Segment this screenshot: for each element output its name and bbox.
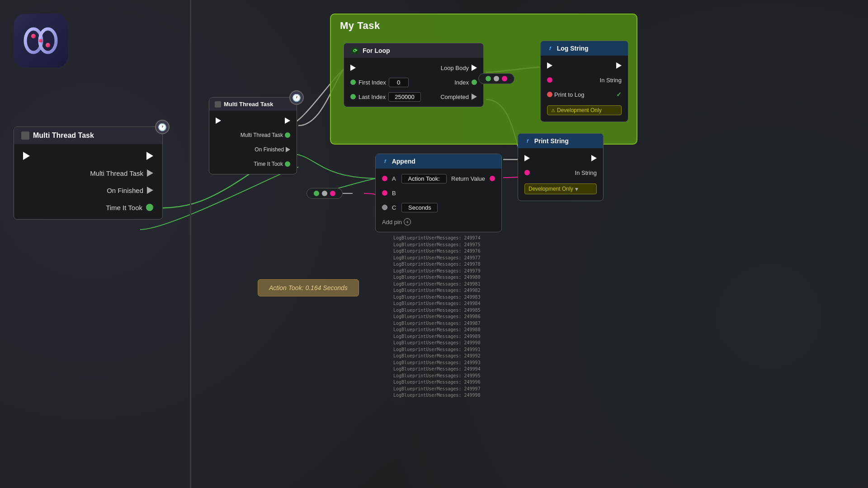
warning-icon: ⚠ [551, 108, 555, 113]
append-add-pin-row[interactable]: Add pin + [382, 216, 495, 227]
add-pin-label: Add pin [382, 219, 402, 225]
for-loop-node: ⟳ For Loop Loop Body First Index Index [344, 43, 484, 107]
append-title: Append [392, 158, 415, 165]
log-dev-only-badge: ⚠ Development Only [547, 105, 622, 115]
log-line: LogBlueprintUserMessages: 249997 [393, 386, 493, 393]
log-line: LogBlueprintUserMessages: 249998 [393, 392, 493, 399]
append-b-pin [382, 190, 387, 196]
reroute-lower-dot-green [314, 191, 319, 196]
log-line: LogBlueprintUserMessages: 249987 [393, 320, 493, 327]
log-string-exec-row [547, 60, 622, 71]
ps-exec-row [524, 153, 597, 164]
print-string-node: f Print String In String Development Onl… [518, 133, 604, 201]
completed-pin [472, 94, 477, 100]
mtl-exec-out [146, 152, 153, 160]
add-pin-button[interactable]: Add pin + [382, 218, 411, 225]
mts-exec-out [285, 117, 290, 124]
my-task-title: My Task [331, 14, 637, 37]
log-line: LogBlueprintUserMessages: 249981 [393, 281, 493, 288]
first-index-pin [350, 80, 356, 85]
reroute-lower-dot-pink [330, 191, 335, 196]
log-line: LogBlueprintUserMessages: 249990 [393, 340, 493, 347]
ps-in-string-row: In String [524, 167, 597, 178]
last-index-input[interactable] [388, 92, 421, 102]
log-line: LogBlueprintUserMessages: 249983 [393, 294, 493, 301]
log-dev-only-row: ⚠ Development Only [547, 103, 622, 117]
log-string-body: In String Print to Log ✓ ⚠ Development O… [541, 56, 628, 122]
log-in-string-pin [547, 77, 552, 83]
return-value-label: Return Value [451, 175, 485, 182]
multi-task-large-body: Multi Thread Task On Finished Time It To… [14, 144, 162, 219]
mtl-thread-pin [147, 169, 153, 177]
append-f-badge: f [382, 158, 388, 164]
for-loop-body: Loop Body First Index Index Last Index [344, 58, 483, 107]
add-pin-circle-icon: + [404, 218, 411, 225]
log-output-panel: LogBlueprintUserMessages: 249974LogBluep… [393, 235, 493, 399]
multi-task-large-node: 🕐 Multi Thread Task Multi Thread Task On… [14, 127, 163, 220]
app-icon [14, 14, 68, 68]
svg-point-2 [39, 39, 42, 42]
loop-body-pin [472, 65, 477, 71]
append-a-pin [382, 176, 387, 181]
append-a-row: A Return Value [382, 173, 495, 184]
mtl-thread-task-row: Multi Thread Task [23, 168, 153, 178]
for-loop-title: For Loop [363, 47, 390, 54]
multi-task-large-header: Multi Thread Task [14, 127, 162, 144]
multi-task-large-clock: 🕐 [155, 120, 170, 134]
print-string-f-badge: f [524, 138, 531, 144]
mts-time-label: Time It Took [254, 161, 283, 167]
log-line: LogBlueprintUserMessages: 249984 [393, 300, 493, 307]
loop-body-label: Loop Body [441, 65, 469, 71]
print-string-title: Print String [534, 137, 569, 145]
svg-point-4 [46, 43, 50, 47]
reroute-lower-dot-grey [322, 191, 327, 196]
append-c-label: C [392, 204, 396, 211]
mts-on-finished-label: On Finished [255, 146, 284, 153]
for-loop-exec-row: Loop Body [350, 62, 477, 73]
ps-dev-only-badge: Development Only ▾ [524, 183, 597, 194]
index-label: Index [454, 79, 469, 86]
multi-task-large-icon [21, 131, 29, 140]
multi-task-small-node: 🕐 Multi Thread Task Multi Thread Task On… [209, 97, 297, 174]
mts-on-finished-pin [286, 147, 290, 152]
first-index-input[interactable] [389, 78, 409, 87]
multi-task-small-body: Multi Thread Task On Finished Time It To… [209, 111, 297, 174]
log-dev-only-label: Development Only [557, 107, 602, 113]
append-header: f Append [376, 154, 501, 169]
mtl-on-finished-label: On Finished [107, 187, 143, 194]
append-c-input[interactable] [401, 203, 438, 212]
log-string-node: f Log String In String Print to Log ✓ ⚠ … [540, 41, 628, 122]
log-line: LogBlueprintUserMessages: 249994 [393, 366, 493, 373]
append-a-label: A [392, 175, 396, 182]
log-line: LogBlueprintUserMessages: 249977 [393, 255, 493, 262]
log-line: LogBlueprintUserMessages: 249978 [393, 261, 493, 268]
log-line: LogBlueprintUserMessages: 249988 [393, 327, 493, 333]
ps-in-string-label: In String [575, 169, 597, 176]
log-line: LogBlueprintUserMessages: 249976 [393, 248, 493, 255]
log-string-header: f Log String [541, 41, 628, 56]
log-in-string-label: In String [600, 77, 622, 84]
log-print-pin [547, 92, 552, 97]
append-a-input[interactable] [401, 174, 447, 183]
mts-time-row: Time It Took [216, 159, 290, 169]
mtl-exec-in [23, 152, 30, 160]
multi-task-small-icon [215, 101, 221, 108]
app-logo-svg [20, 20, 61, 61]
log-string-f-badge: f [547, 45, 553, 52]
log-line: LogBlueprintUserMessages: 249995 [393, 373, 493, 380]
action-toast: Action Took: 0.164 Seconds [258, 279, 359, 296]
first-index-label: First Index [359, 79, 386, 86]
append-c-row: C [382, 202, 495, 213]
vertical-divider [190, 0, 191, 488]
mtl-on-finished-pin [147, 187, 153, 194]
ps-exec-in [524, 155, 530, 161]
reroute-dot-green [486, 76, 491, 81]
mts-exec-in [216, 117, 221, 124]
mts-label: Multi Thread Task [241, 132, 283, 138]
mtl-on-finished-row: On Finished [23, 185, 153, 196]
multi-task-small-title: Multi Thread Task [224, 101, 274, 108]
log-string-title: Log String [557, 45, 589, 52]
log-line: LogBlueprintUserMessages: 249985 [393, 307, 493, 314]
svg-point-3 [31, 34, 36, 38]
log-in-string-row: In String [547, 75, 622, 85]
